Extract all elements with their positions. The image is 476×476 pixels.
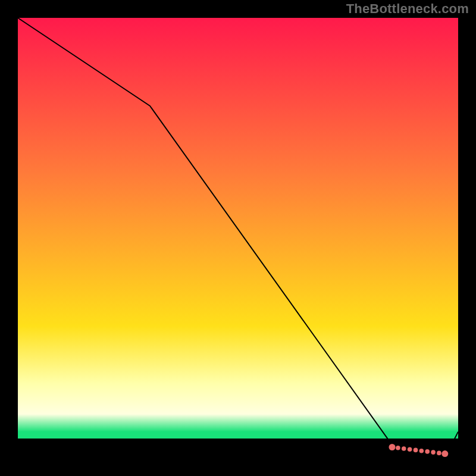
dot-marker [441, 450, 448, 457]
dot-marker [402, 446, 406, 451]
dot-marker [408, 447, 412, 452]
chart-svg [0, 0, 476, 476]
dot-marker [419, 449, 424, 453]
dot-marker [414, 448, 418, 453]
dot-marker [431, 450, 436, 455]
dot-marker [396, 446, 400, 450]
gradient-background [18, 18, 458, 458]
chart-stage: TheBottleneck.com [0, 0, 476, 476]
dot-marker [437, 451, 441, 456]
dot-marker [425, 449, 430, 454]
dot-marker [389, 444, 396, 450]
